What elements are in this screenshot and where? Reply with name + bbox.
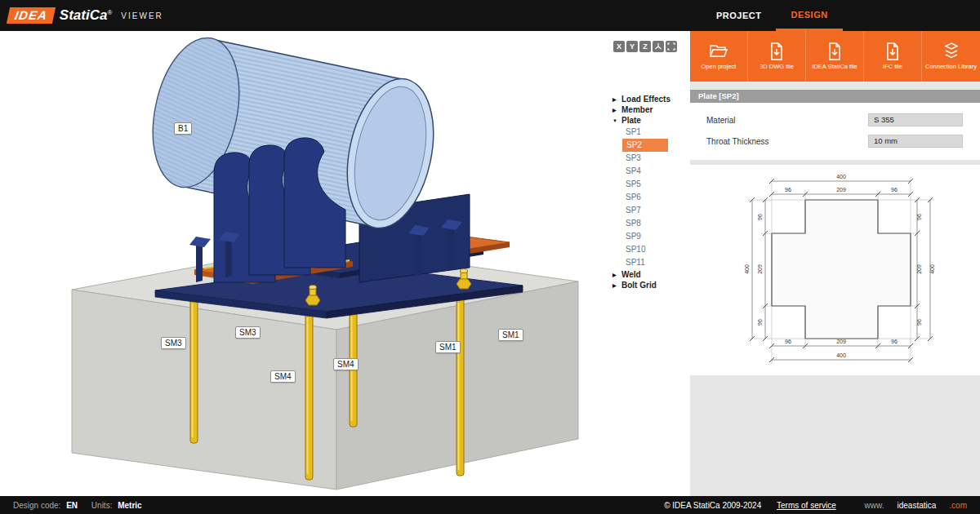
idea-logo-text: IDEA (14, 8, 49, 22)
dim-top-seg: 96 (891, 187, 898, 193)
viewer-label: VIEWER (121, 11, 163, 20)
tree-label: Load Effects (621, 95, 670, 104)
ifc-file-icon (883, 42, 902, 61)
tree-item-sp10[interactable]: SP10 (612, 243, 690, 256)
idea-logo: IDEA (7, 7, 56, 24)
dim-left-seg: 96 (757, 319, 763, 326)
dim-right-total: 400 (929, 264, 935, 274)
units-label: Units: (91, 501, 113, 510)
tree-label: Plate (621, 116, 641, 125)
property-row: Material S 355 (706, 109, 980, 131)
member-label-sm4[interactable]: SM4 (333, 358, 359, 370)
statica-file-button[interactable]: IDEA StatiCa file (806, 31, 864, 82)
axonometric-icon (654, 42, 662, 51)
throat-thickness-field[interactable]: 10 mm (868, 135, 963, 148)
tree-item-sp9[interactable]: SP9 (612, 230, 690, 243)
throat-thickness-label: Throat Thickness (706, 137, 868, 146)
dim-left-seg: 96 (757, 214, 763, 220)
dwg-file-icon (767, 42, 786, 61)
material-label: Material (706, 116, 868, 125)
member-label-sm4[interactable]: SM4 (270, 370, 296, 383)
dim-bottom-seg: 96 (785, 339, 791, 344)
chevron-right-icon: ▶ (612, 96, 618, 102)
tree-item-load-effects[interactable]: ▶Load Effects (612, 94, 690, 104)
tab-project[interactable]: PROJECT (702, 0, 776, 31)
brand-logo: IDEA StatiCa® VIEWER (8, 0, 163, 31)
tree-label: Member (621, 105, 653, 114)
dim-left-total: 400 (744, 264, 750, 274)
tree-label: Weld (621, 270, 641, 279)
dim-right-seg: 96 (916, 214, 922, 220)
view-z-button[interactable]: Z (639, 41, 651, 52)
app-window: IDEA StatiCa® VIEWER PROJECT DESIGN (0, 0, 980, 514)
tree-item-bolt-grid[interactable]: ▶Bolt Grid (612, 280, 690, 290)
tree-item-sp5[interactable]: SP5 (612, 178, 690, 191)
material-value-field[interactable]: S 355 (868, 113, 963, 126)
axonometric-view-button[interactable] (653, 41, 664, 52)
status-bar: Design code: EN Units: Metric © IDEA Sta… (0, 496, 980, 514)
dim-left-seg: 209 (757, 264, 763, 274)
properties-header: Plate [SP2] (690, 90, 980, 103)
3d-viewport[interactable]: B1 SM3 SM3 SM4 SM4 SM1 SM1 X Y Z ▶Load E… (0, 31, 690, 496)
zoom-fit-icon (667, 42, 675, 51)
dwg-file-button[interactable]: 3D DWG file (748, 31, 806, 82)
open-folder-icon (709, 42, 728, 61)
view-controls: X Y Z (613, 41, 677, 52)
plate-drawing-section: 400 96 209 96 96 209 96 400 96 209 96 40… (690, 165, 980, 375)
tree-item-sp4[interactable]: SP4 (612, 165, 690, 178)
tree-item-weld[interactable]: ▶Weld (612, 269, 690, 280)
statica-file-icon (825, 42, 844, 61)
registered-mark: ® (107, 9, 112, 16)
tree-item-sp3[interactable]: SP3 (612, 152, 690, 165)
units-value: Metric (118, 501, 141, 510)
dim-bottom-seg: 96 (891, 339, 898, 344)
chevron-right-icon: ▶ (612, 272, 618, 277)
view-x-button[interactable]: X (613, 41, 625, 52)
tree-label: Bolt Grid (621, 281, 657, 290)
footer-left: Design code: EN Units: Metric (13, 501, 145, 510)
main-tabs: PROJECT DESIGN (690, 0, 843, 31)
model-tree: ▶Load Effects ▶Member ▼Plate SP1 SP2 SP3… (612, 94, 690, 290)
ifc-file-button[interactable]: IFC file (864, 31, 922, 82)
footer-right: © IDEA StatiCa 2009-2024 Terms of servic… (651, 501, 967, 510)
tree-item-plate[interactable]: ▼Plate (612, 115, 690, 126)
3d-canvas[interactable] (0, 31, 690, 496)
copyright-text: © IDEA StatiCa 2009-2024 (664, 501, 761, 510)
member-label-sm1[interactable]: SM1 (435, 341, 461, 353)
dim-right-seg: 209 (916, 264, 922, 274)
tab-design[interactable]: DESIGN (776, 0, 842, 31)
properties-section: Material S 355 Throat Thickness 10 mm (690, 103, 980, 160)
chevron-right-icon: ▶ (612, 107, 618, 113)
member-label-sm3[interactable]: SM3 (161, 337, 186, 349)
tree-item-member[interactable]: ▶Member (612, 104, 690, 115)
tree-item-sp8[interactable]: SP8 (612, 217, 690, 230)
dim-top-seg: 209 (836, 187, 846, 193)
member-label-sm3[interactable]: SM3 (235, 326, 261, 339)
member-label-sm1[interactable]: SM1 (498, 329, 523, 341)
website-link[interactable]: www.ideastatica.com (852, 501, 967, 510)
tree-item-sp2[interactable]: SP2 (622, 139, 668, 152)
design-code-value: EN (66, 501, 78, 510)
connection-library-icon (942, 42, 961, 61)
top-bar: IDEA StatiCa® VIEWER PROJECT DESIGN (0, 0, 980, 31)
design-panel: Open project 3D DWG file IDEA StatiCa fi… (690, 31, 980, 496)
chevron-down-icon: ▼ (612, 118, 618, 123)
open-project-button[interactable]: Open project (690, 31, 748, 82)
dim-bottom-seg: 209 (836, 339, 846, 344)
property-row: Throat Thickness 10 mm (706, 131, 980, 152)
view-y-button[interactable]: Y (626, 41, 638, 52)
tree-item-sp6[interactable]: SP6 (612, 191, 690, 204)
connection-library-button[interactable]: Connection Library (922, 31, 980, 82)
file-toolbar: Open project 3D DWG file IDEA StatiCa fi… (690, 31, 980, 82)
plate-drawing: 400 96 209 96 96 209 96 400 96 209 96 40… (690, 165, 980, 375)
tree-item-sp11[interactable]: SP11 (612, 256, 690, 269)
tree-item-sp1[interactable]: SP1 (612, 126, 690, 139)
dim-right-seg: 96 (916, 319, 922, 326)
tree-item-sp7[interactable]: SP7 (612, 204, 690, 217)
zoom-fit-button[interactable] (666, 41, 677, 52)
terms-of-service-link[interactable]: Terms of service (777, 501, 836, 510)
plate-outline (772, 200, 911, 339)
member-label-b1[interactable]: B1 (174, 122, 192, 135)
statica-logo-text: StatiCa® (60, 7, 112, 24)
design-code-label: Design code: (13, 501, 60, 510)
